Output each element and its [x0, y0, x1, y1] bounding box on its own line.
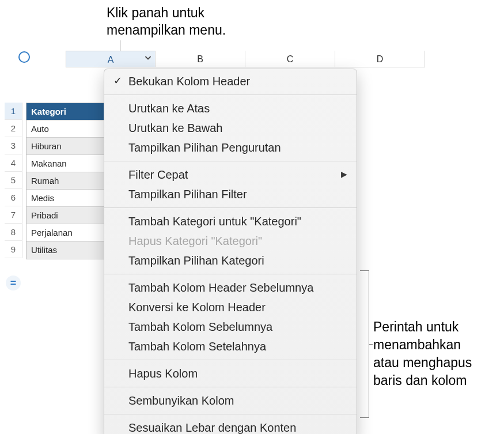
col-label: D	[377, 54, 384, 64]
col-corner	[39, 51, 66, 67]
checkmark-icon: ✓	[113, 74, 122, 88]
menu-convert-to-header-column[interactable]: Konversi ke Kolom Header	[104, 297, 357, 317]
equals-icon[interactable]: =	[6, 276, 21, 290]
menu-label: Hapus Kolom	[128, 367, 198, 380]
col-header-d[interactable]: D	[335, 51, 425, 67]
callout-bracket-tail	[369, 344, 373, 345]
col-label: C	[287, 54, 294, 64]
menu-separator	[104, 207, 357, 208]
table-header-cell[interactable]: Kategori	[26, 103, 104, 120]
row-header[interactable]: 1	[5, 103, 22, 120]
row-area: 1 2 3 4 5 6 7 8 9 Kategori Auto Hiburan …	[5, 103, 104, 259]
menu-fit-width-to-content[interactable]: Sesuaikan Lebar dengan Konten	[104, 418, 357, 434]
row-headers: 1 2 3 4 5 6 7 8 9	[5, 103, 22, 259]
col-label: B	[197, 54, 203, 64]
menu-separator	[104, 274, 357, 274]
table-row[interactable]: Rumah	[26, 172, 104, 190]
menu-hide-column[interactable]: Sembunyikan Kolom	[104, 391, 357, 410]
row-header[interactable]: 8	[5, 224, 22, 241]
menu-show-category-options[interactable]: Tampilkan Pilihan Kategori	[104, 251, 357, 270]
row-header[interactable]: 4	[5, 154, 22, 172]
row-header[interactable]: 7	[5, 206, 22, 224]
menu-freeze-header-column[interactable]: ✓ Bekukan Kolom Header	[104, 71, 357, 91]
menu-label: Bekukan Kolom Header	[128, 75, 250, 88]
menu-delete-column[interactable]: Hapus Kolom	[104, 364, 357, 383]
table-row[interactable]: Utilitas	[26, 241, 104, 259]
table-row[interactable]: Perjalanan	[26, 224, 104, 241]
menu-show-filter-options[interactable]: Tampilkan Pilihan Filter	[104, 184, 357, 204]
menu-label: Tambah Kategori untuk "Kategori"	[128, 215, 301, 228]
menu-separator	[104, 360, 357, 360]
menu-remove-category: Hapus Kategori "Kategori"	[104, 231, 357, 251]
menu-add-column-before[interactable]: Tambah Kolom Sebelumnya	[104, 317, 357, 337]
menu-label: Tampilkan Pilihan Filter	[128, 188, 247, 201]
menu-add-column-after[interactable]: Tambah Kolom Setelahnya	[104, 337, 357, 356]
row-header[interactable]: 9	[5, 241, 22, 258]
table-row[interactable]: Hiburan	[26, 138, 104, 155]
menu-label: Tambah Kolom Sebelumnya	[128, 320, 272, 333]
callout-bracket-right	[360, 270, 369, 418]
menu-separator	[104, 414, 357, 414]
chevron-down-icon[interactable]	[145, 51, 151, 67]
menu-quick-filter[interactable]: Filter Cepat ▶	[104, 165, 357, 184]
table-row[interactable]: Makanan	[26, 155, 104, 172]
col-label: A	[108, 55, 114, 65]
row-header[interactable]: 6	[5, 189, 22, 206]
callout-top: Klik panah untuk menampilkan menu.	[107, 5, 226, 39]
row-header[interactable]: 5	[5, 172, 22, 189]
menu-label: Tampilkan Pilihan Kategori	[128, 254, 264, 267]
col-header-a[interactable]: A	[66, 51, 156, 67]
table-row[interactable]: Auto	[26, 120, 104, 138]
col-header-b[interactable]: B	[156, 51, 245, 67]
menu-label: Tambah Kolom Setelahnya	[128, 340, 266, 353]
menu-separator	[104, 387, 357, 387]
row-header[interactable]: 3	[5, 137, 22, 154]
menu-separator	[104, 95, 357, 95]
data-table: Kategori Auto Hiburan Makanan Rumah Medi…	[26, 103, 104, 259]
table-row[interactable]: Medis	[26, 190, 104, 207]
menu-sort-ascending[interactable]: Urutkan ke Atas	[104, 99, 357, 118]
col-header-c[interactable]: C	[245, 51, 335, 67]
column-context-menu: ✓ Bekukan Kolom Header Urutkan ke Atas U…	[104, 69, 357, 434]
menu-label: Hapus Kategori "Kategori"	[128, 235, 262, 247]
menu-label: Filter Cepat	[128, 168, 188, 181]
submenu-arrow-icon: ▶	[341, 169, 347, 180]
menu-add-category[interactable]: Tambah Kategori untuk "Kategori"	[104, 212, 357, 231]
menu-label: Urutkan ke Bawah	[128, 122, 222, 134]
callout-right: Perintah untuk menambahkan atau menghapu…	[373, 318, 472, 390]
menu-add-header-column-before[interactable]: Tambah Kolom Header Sebelumnya	[104, 278, 357, 297]
menu-show-sort-options[interactable]: Tampilkan Pilihan Pengurutan	[104, 138, 357, 157]
menu-label: Konversi ke Kolom Header	[128, 301, 266, 314]
menu-label: Urutkan ke Atas	[128, 102, 210, 115]
menu-label: Sembunyikan Kolom	[128, 394, 234, 407]
table-handle-ring-icon[interactable]	[18, 51, 30, 63]
menu-sort-descending[interactable]: Urutkan ke Bawah	[104, 118, 357, 138]
row-header[interactable]: 2	[5, 120, 22, 137]
menu-separator	[104, 161, 357, 161]
table-row[interactable]: Pribadi	[26, 207, 104, 224]
menu-label: Sesuaikan Lebar dengan Konten	[128, 421, 296, 434]
menu-label: Tampilkan Pilihan Pengurutan	[128, 141, 281, 154]
menu-label: Tambah Kolom Header Sebelumnya	[128, 281, 313, 294]
